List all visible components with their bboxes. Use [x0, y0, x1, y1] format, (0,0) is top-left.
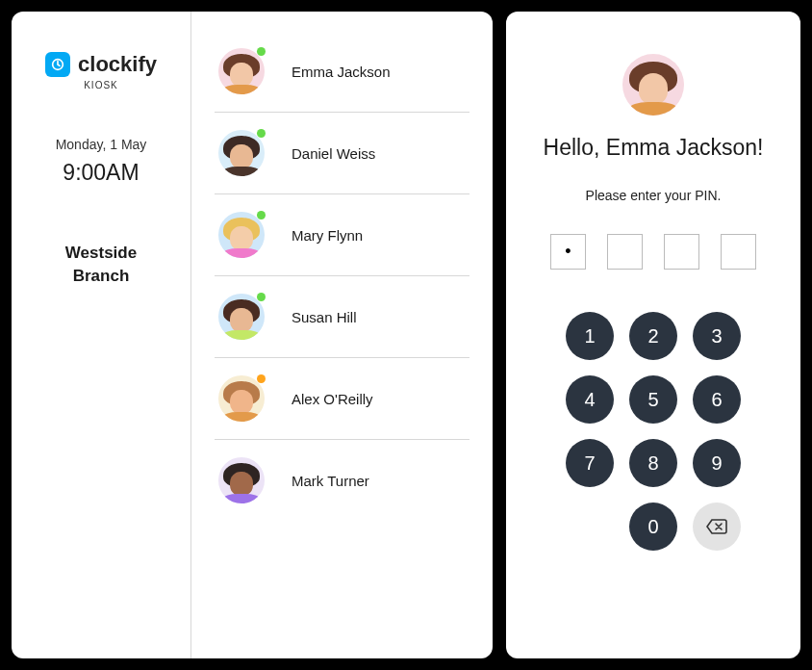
clockify-logo-icon: [45, 52, 70, 77]
avatar: [218, 212, 265, 258]
greeting-name: Emma Jackson: [606, 135, 757, 160]
key-9[interactable]: 9: [693, 439, 741, 487]
backspace-icon: [705, 518, 728, 535]
avatar: [218, 48, 265, 94]
key-2[interactable]: 2: [629, 312, 677, 360]
user-row[interactable]: Mary Flynn: [215, 194, 469, 276]
status-dot: [257, 293, 266, 301]
pin-entry-panel: Hello, Emma Jackson! Please enter your P…: [506, 12, 800, 658]
user-list: Emma JacksonDaniel WeissMary FlynnSusan …: [191, 12, 493, 658]
user-row[interactable]: Susan Hill: [215, 276, 469, 358]
avatar: [218, 294, 265, 340]
brand-sub: KIOSK: [84, 80, 118, 90]
status-dot: [257, 47, 266, 56]
user-name: Mark Turner: [292, 473, 369, 489]
key-6[interactable]: 6: [693, 375, 741, 424]
key-8[interactable]: 8: [629, 439, 677, 487]
avatar: [218, 130, 265, 176]
pin-boxes: •: [550, 234, 756, 270]
key-7[interactable]: 7: [566, 439, 614, 487]
pin-digit-1[interactable]: •: [550, 234, 586, 270]
key-3[interactable]: 3: [693, 312, 741, 360]
keypad: 1 2 3 4 5 6 7 8 9 0: [566, 312, 741, 551]
kiosk-list-panel: clockify KIOSK Monday, 1 May 9:00AM West…: [12, 12, 493, 658]
selected-user-avatar: [622, 54, 684, 116]
current-date: Monday, 1 May: [56, 137, 147, 152]
sidebar: clockify KIOSK Monday, 1 May 9:00AM West…: [12, 12, 191, 658]
greeting-suffix: !: [757, 135, 763, 160]
pin-digit-3[interactable]: [664, 234, 699, 270]
user-row[interactable]: Daniel Weiss: [215, 113, 469, 194]
user-name: Mary Flynn: [292, 227, 363, 244]
pin-digit-2[interactable]: [607, 234, 643, 270]
pin-instruction: Please enter your PIN.: [586, 188, 722, 203]
avatar: [218, 375, 265, 422]
key-5[interactable]: 5: [629, 375, 677, 424]
user-name: Daniel Weiss: [292, 145, 375, 162]
pin-digit-4[interactable]: [721, 234, 756, 270]
brand-logo: clockify: [45, 52, 157, 77]
current-time: 9:00AM: [63, 160, 139, 186]
greeting-prefix: Hello,: [544, 135, 606, 160]
user-name: Emma Jackson: [292, 64, 391, 80]
branch-name: Westside Branch: [65, 242, 137, 288]
user-row[interactable]: Mark Turner: [215, 440, 469, 521]
status-dot: [257, 211, 266, 219]
avatar: [218, 457, 265, 503]
status-dot: [257, 129, 266, 138]
status-dot: [257, 374, 266, 383]
brand-name: clockify: [78, 52, 157, 77]
greeting-text: Hello, Emma Jackson!: [544, 135, 764, 161]
key-1[interactable]: 1: [566, 312, 614, 360]
key-0[interactable]: 0: [629, 502, 677, 551]
user-row[interactable]: Emma Jackson: [215, 48, 469, 113]
user-name: Susan Hill: [292, 309, 357, 325]
user-name: Alex O'Reilly: [292, 391, 373, 407]
user-row[interactable]: Alex O'Reilly: [215, 358, 469, 440]
key-4[interactable]: 4: [566, 375, 614, 424]
key-backspace[interactable]: [693, 502, 741, 551]
